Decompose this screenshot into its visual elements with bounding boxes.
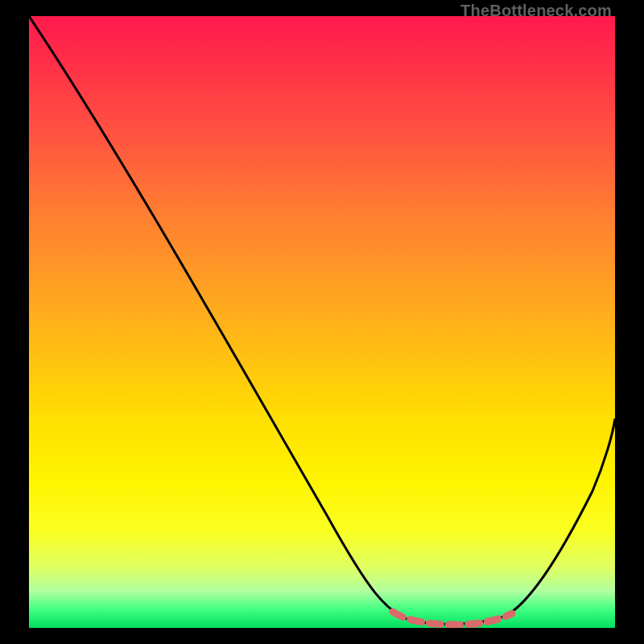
bottleneck-curve (29, 16, 615, 624)
plot-area (29, 16, 615, 628)
attribution-text: TheBottleneck.com (460, 2, 612, 20)
optimal-range-marker (393, 612, 512, 625)
chart-frame: TheBottleneck.com (0, 0, 644, 644)
curve-layer (29, 16, 615, 628)
